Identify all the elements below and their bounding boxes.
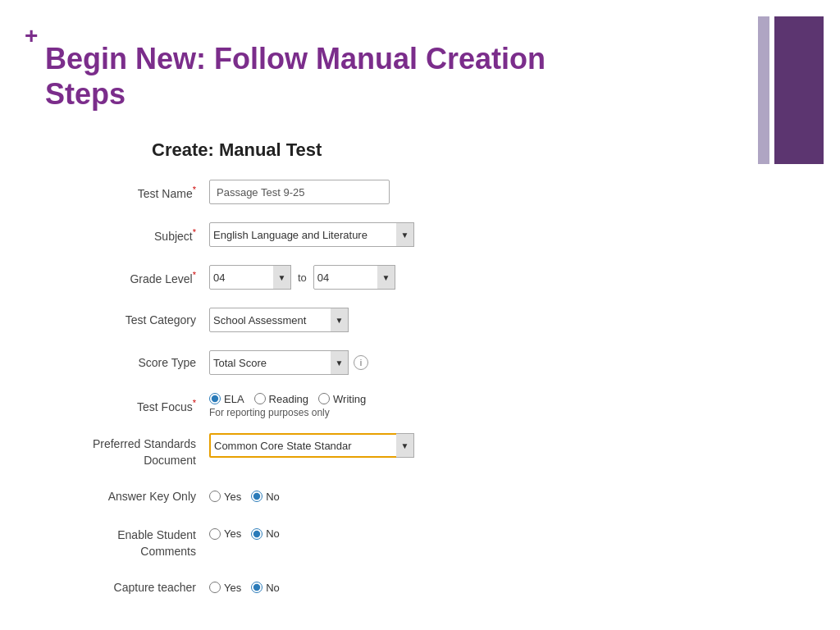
capture-teacher-yes-radio[interactable] [209,582,221,593]
test-focus-note: For reporting purposes only [209,407,366,418]
enable-student-row: Enable Student Comments Yes No [45,524,718,559]
grade-from-wrapper: 04 01 02 03 05 ▼ [209,265,291,290]
score-type-select-wrapper: Total Score Percentage Raw Score ▼ [209,350,349,375]
answer-key-row: Answer Key Only Yes No [45,482,718,511]
grade-from-select[interactable]: 04 01 02 03 05 [209,265,291,290]
test-focus-row: Test Focus* ELA Reading Writing For repo… [45,390,718,420]
test-category-label: Test Category [45,313,209,326]
enable-student-no-label: No [266,527,280,540]
test-focus-reading-label: Reading [269,393,308,405]
score-type-row: Score Type Total Score Percentage Raw Sc… [45,348,718,377]
score-type-info-icon[interactable]: i [354,355,368,370]
preferred-standards-row: Preferred Standards Document Common Core… [45,433,718,468]
answer-key-no-label: No [266,491,280,503]
answer-key-yes-option[interactable]: Yes [209,491,241,503]
capture-teacher-yes-option[interactable]: Yes [209,582,241,594]
subject-select-wrapper: English Language and Literature Mathemat… [209,222,414,247]
test-focus-ela-option[interactable]: ELA [209,393,244,405]
test-name-label: Test Name* [45,185,209,200]
subject-select[interactable]: English Language and Literature Mathemat… [209,222,414,247]
subject-label: Subject* [45,227,209,243]
test-focus-reading-option[interactable]: Reading [254,393,308,405]
grade-to-label: to [298,272,307,284]
grade-level-label: Grade Level* [45,270,209,285]
test-category-row: Test Category School Assessment District… [45,305,718,335]
answer-key-no-option[interactable]: No [251,491,280,503]
score-type-select[interactable]: Total Score Percentage Raw Score [209,350,349,375]
answer-key-yes-label: Yes [224,491,241,503]
score-type-label: Score Type [45,356,209,369]
test-focus-content: ELA Reading Writing For reporting purpos… [209,393,366,418]
test-focus-writing-radio[interactable] [318,393,330,404]
capture-teacher-no-radio[interactable] [251,582,262,593]
grade-level-controls: 04 01 02 03 05 ▼ to 04 01 02 03 05 ▼ [209,265,395,290]
answer-key-radio-group: Yes No [209,491,280,503]
test-focus-reading-radio[interactable] [254,393,266,404]
form-container: Create: Manual Test Test Name* Subject* … [45,139,718,615]
decorative-bars [758,16,824,164]
capture-teacher-radio-group: Yes No [209,582,280,594]
enable-student-no-option[interactable]: No [251,527,280,540]
capture-teacher-no-label: No [266,582,280,594]
preferred-standards-label: Preferred Standards Document [45,433,209,468]
subject-row: Subject* English Language and Literature… [45,220,718,249]
capture-teacher-no-option[interactable]: No [251,582,280,594]
test-name-row: Test Name* [45,177,718,207]
page-title: Begin New: Follow Manual Creation Steps [45,41,701,112]
enable-student-yes-label: Yes [224,527,241,540]
enable-student-no-radio[interactable] [251,528,262,540]
enable-student-label: Enable Student Comments [45,524,209,559]
form-title: Create: Manual Test [152,139,718,161]
enable-student-yes-option[interactable]: Yes [209,527,241,540]
test-category-select-wrapper: School Assessment District Assessment St… [209,308,349,332]
test-focus-radio-group: ELA Reading Writing [209,393,366,405]
grade-to-wrapper: 04 01 02 03 05 ▼ [313,265,395,290]
preferred-standards-select-wrapper: Common Core State Standar Next Generatio… [209,433,414,458]
bar-thick [774,16,824,164]
grade-to-select[interactable]: 04 01 02 03 05 [313,265,395,290]
capture-teacher-label: Capture teacher [45,581,209,594]
answer-key-no-radio[interactable] [251,491,262,502]
answer-key-yes-radio[interactable] [209,491,221,502]
test-focus-writing-label: Writing [333,393,366,405]
enable-student-radio-group: Yes No [209,524,280,540]
preferred-standards-select[interactable]: Common Core State Standar Next Generatio… [209,433,414,458]
plus-icon: + [25,25,38,48]
test-focus-ela-radio[interactable] [209,393,221,404]
test-focus-ela-label: ELA [224,393,244,405]
grade-level-row: Grade Level* 04 01 02 03 05 ▼ to 04 01 0… [45,262,718,292]
test-name-input[interactable] [209,180,390,204]
answer-key-label: Answer Key Only [45,490,209,503]
capture-teacher-row: Capture teacher Yes No [45,573,718,602]
capture-teacher-yes-label: Yes [224,582,241,594]
test-category-select[interactable]: School Assessment District Assessment St… [209,308,349,332]
enable-student-yes-radio[interactable] [209,528,221,540]
bar-thin [758,16,769,164]
test-focus-label: Test Focus* [45,398,209,413]
test-focus-writing-option[interactable]: Writing [318,393,366,405]
